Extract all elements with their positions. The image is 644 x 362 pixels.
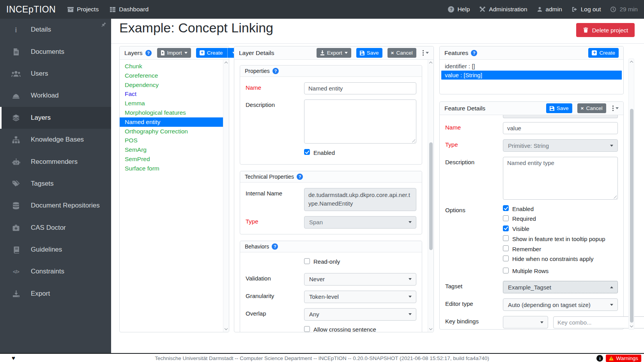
nav-logout[interactable]: Log out (571, 6, 601, 13)
granularity-select[interactable]: Token-level (304, 291, 416, 303)
checkbox-icon[interactable] (503, 225, 509, 231)
feature-description-textarea[interactable]: Named entity type (503, 157, 618, 200)
sidebar-item-constraints[interactable]: </> Constraints (0, 261, 111, 282)
layer-details-scrollbar[interactable] (428, 60, 433, 332)
option-visible-checkbox[interactable]: Visible (503, 225, 618, 233)
sidebar-item-recommenders[interactable]: Recommenders (0, 151, 111, 172)
layer-item[interactable]: Dependency (120, 80, 229, 90)
nav-projects[interactable]: Projects (67, 6, 99, 13)
close-icon: × (391, 50, 394, 56)
layer-enabled-checkbox[interactable]: Enabled (304, 149, 416, 157)
editor-type-select[interactable]: Auto (depending on tagset size) (503, 298, 618, 311)
sidebar-item-workload[interactable]: Workload (0, 85, 111, 106)
checkbox-icon[interactable] (304, 326, 310, 332)
nav-user[interactable]: admin (537, 6, 562, 13)
feature-name-input[interactable] (503, 122, 618, 134)
layer-item[interactable]: Coreference (120, 71, 229, 80)
checkbox-icon[interactable] (503, 268, 509, 273)
help-icon[interactable]: ? (272, 243, 278, 250)
sidebar-item-documents[interactable]: Documents (0, 41, 111, 62)
option-show-tooltip-checkbox[interactable]: Show in feature text in tooltip popup (503, 235, 618, 243)
app-logo[interactable]: INCEpTION (6, 4, 56, 15)
checkbox-icon[interactable] (304, 149, 310, 155)
crossing-sentence-checkbox[interactable]: Allow crossing sentence boundaries (304, 326, 398, 332)
import-layer-button[interactable]: Import (157, 48, 191, 58)
nav-administration[interactable]: Administration (479, 6, 527, 13)
layer-item[interactable]: Morphological features (120, 108, 229, 117)
layer-item[interactable]: SemArg (120, 145, 229, 154)
nav-dashboard[interactable]: Dashboard (110, 6, 149, 13)
feature-item-selected[interactable]: value : [String] (441, 71, 622, 80)
create-feature-button[interactable]: + Create (588, 48, 619, 58)
read-only-checkbox[interactable]: Read-only (304, 258, 416, 266)
checkbox-icon[interactable] (503, 235, 509, 241)
sidebar-item-export[interactable]: Export (0, 283, 111, 305)
checkbox-icon[interactable] (503, 205, 509, 211)
checkbox-icon[interactable] (503, 256, 509, 261)
scrollbar-thumb[interactable] (630, 109, 633, 323)
save-feature-button[interactable]: Save (546, 103, 572, 113)
option-hide-constraints-checkbox[interactable]: Hide when no constraints apply (503, 255, 618, 263)
scroll-up-icon[interactable] (225, 62, 228, 65)
layers-scrollbar[interactable] (223, 60, 229, 332)
sidebar-item-cas-doctor[interactable]: CAS Doctor (0, 217, 111, 239)
delete-project-button[interactable]: Delete project (576, 23, 635, 37)
sidebar-item-layers[interactable]: Layers (0, 107, 111, 129)
layer-item[interactable]: Chunk (120, 62, 229, 71)
help-icon[interactable]: ? (471, 50, 477, 56)
layer-item-selected[interactable]: Named entity (120, 117, 229, 127)
checkbox-icon[interactable] (503, 215, 509, 221)
feature-item[interactable]: identifier : [] (440, 62, 623, 71)
layer-item[interactable]: Lemma (120, 99, 229, 108)
sidebar-item-tagsets[interactable]: Tagsets (0, 173, 111, 195)
feature-details-menu[interactable] (612, 107, 619, 109)
scroll-up-icon[interactable] (429, 62, 432, 65)
layer-item[interactable]: SemPred (120, 154, 229, 164)
key-bindings-label: Key bindings (445, 316, 503, 325)
key-binding-select[interactable] (503, 316, 548, 328)
option-required-checkbox[interactable]: Required (503, 215, 618, 223)
help-icon[interactable]: ? (145, 50, 152, 56)
overlap-select[interactable]: Any (304, 308, 416, 321)
info-circle-icon[interactable]: i (596, 355, 603, 362)
sidebar-item-guidelines[interactable]: Guidelines (0, 239, 111, 261)
layer-name-input[interactable] (304, 82, 416, 94)
nav-help[interactable]: ? Help (448, 6, 470, 13)
help-icon[interactable]: ? (297, 174, 303, 180)
plus-square-icon: + (200, 50, 205, 55)
pin-icon[interactable] (101, 22, 106, 28)
right-column-scrollbar[interactable] (628, 59, 634, 330)
scroll-down-icon[interactable] (630, 324, 633, 327)
layer-item[interactable]: Fact (120, 89, 229, 99)
option-enabled-checkbox[interactable]: Enabled (503, 205, 618, 213)
layer-item[interactable]: POS (120, 136, 229, 145)
warnings-badge[interactable]: Warnings (606, 355, 641, 362)
cancel-feature-button[interactable]: × Cancel (577, 103, 606, 113)
save-layer-button[interactable]: Save (356, 48, 382, 58)
layer-description-textarea[interactable] (304, 99, 416, 144)
sidebar-item-users[interactable]: Users (0, 63, 111, 85)
validation-select[interactable]: Never (304, 273, 416, 286)
tagset-select[interactable]: Example_Tagset (503, 281, 618, 293)
scroll-down-icon[interactable] (225, 327, 228, 330)
option-remember-checkbox[interactable]: Remember (503, 245, 618, 253)
option-multiple-rows-checkbox[interactable]: Multiple Rows (503, 267, 618, 275)
feature-type-select[interactable]: Primitive: String (503, 139, 618, 152)
scroll-down-icon[interactable] (429, 327, 432, 330)
help-icon[interactable]: ? (272, 68, 279, 74)
scrollbar-thumb[interactable] (429, 142, 433, 250)
scroll-up-icon[interactable] (630, 61, 633, 64)
export-layer-button[interactable]: Export (317, 48, 351, 58)
layer-item[interactable]: Orthography Correction (120, 127, 229, 136)
checkbox-icon[interactable] (503, 245, 509, 251)
checkbox-icon[interactable] (304, 258, 310, 264)
sidebar-item-knowledge-bases[interactable]: Knowledge Bases (0, 129, 111, 151)
properties-section: Properties ? Name Description (240, 65, 422, 165)
cancel-layer-button[interactable]: × Cancel (387, 48, 416, 58)
layer-item[interactable]: Surface form (120, 164, 229, 173)
layer-type-select[interactable]: Span (304, 216, 416, 229)
sidebar-item-details[interactable]: i Details (0, 19, 111, 41)
create-layer-button[interactable]: + Create (196, 48, 239, 58)
sidebar-item-document-repositories[interactable]: Document Repositories (0, 195, 111, 216)
layer-details-menu[interactable] (422, 52, 429, 54)
